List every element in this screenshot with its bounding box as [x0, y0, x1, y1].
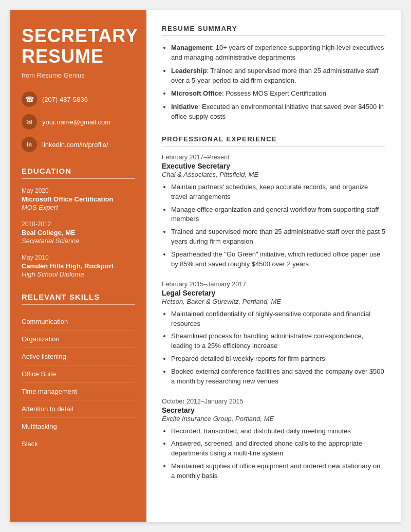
- job-bullets-2: Recorded, transcribed, and distributed d…: [162, 427, 385, 481]
- job-bullet-2-1: Answered, screened, and directed phone c…: [171, 439, 385, 458]
- job-title-1: Legal Secretary: [162, 289, 385, 297]
- job-bullets-0: Maintain partners' schedules, keep accur…: [162, 182, 385, 269]
- edu-entry-2: May 2010 Camden Hills High, Rockport Hig…: [22, 254, 135, 278]
- summary-item-2: Microsoft Office: Possess MOS Expert Cer…: [171, 89, 385, 99]
- phone-number: (207) 487-5836: [42, 96, 88, 103]
- edu-date-2: May 2010: [22, 254, 135, 261]
- job-company-2: Excite Insurance Group, Portland, ME: [162, 415, 385, 423]
- edu-entry-1: 2010-2012 Beal College, ME Secretarial S…: [22, 221, 135, 245]
- summary-bold-1: Leadership: [171, 67, 207, 75]
- job-date-0: February 2017–Present: [162, 154, 385, 161]
- contact-linkedin: in linkedin.com/in/profile/: [22, 137, 135, 152]
- skill-4: Time management: [22, 383, 135, 400]
- summary-item-3: Initiative: Executed an environmental in…: [171, 102, 385, 122]
- resume-container: SECRETARY RESUME from Resume Genius ☎ (2…: [10, 10, 401, 522]
- skill-6: Multitasking: [22, 418, 135, 435]
- title-line1: SECRETARY: [22, 25, 138, 46]
- job-title-0: Executive Secretary: [162, 162, 385, 170]
- skills-list: Communication Organization Active listen…: [22, 313, 135, 452]
- skill-0: Communication: [22, 313, 135, 331]
- sidebar: SECRETARY RESUME from Resume Genius ☎ (2…: [10, 10, 146, 522]
- job-entry-0: February 2017–Present Executive Secretar…: [162, 154, 385, 269]
- skill-1: Organization: [22, 331, 135, 348]
- skill-5: Attention to detail: [22, 400, 135, 418]
- summary-item-0: Management: 10+ years of experience supp…: [171, 43, 385, 63]
- summary-text-3: : Executed an environmental initiative t…: [171, 103, 384, 120]
- contact-phone: ☎ (207) 487-5836: [22, 91, 135, 107]
- linkedin-icon: in: [22, 137, 37, 152]
- job-entry-2: October 2012–January 2015 Secretary Exci…: [162, 398, 385, 481]
- job-date-1: February 2015–January 2017: [162, 281, 385, 288]
- experience-section: PROFESSIONAL EXPERIENCE February 2017–Pr…: [162, 135, 385, 481]
- linkedin-url: linkedin.com/in/profile/: [42, 141, 108, 149]
- job-bullet-0-1: Manage office organization and general w…: [171, 205, 385, 225]
- edu-degree-1: Secretarial Science: [22, 237, 135, 245]
- edu-degree-0: MOS Expert: [22, 204, 135, 211]
- job-bullet-2-2: Maintained supplies of office equipment …: [171, 462, 385, 481]
- edu-degree-2: High School Diploma: [22, 270, 135, 278]
- summary-bold-2: Microsoft Office: [171, 89, 222, 97]
- edu-school-0: Microsoft Office Certification: [22, 195, 135, 203]
- summary-bold-3: Initiative: [171, 103, 198, 111]
- summary-item-1: Leadership: Trained and supervised more …: [171, 66, 385, 86]
- summary-title: RESUME SUMMARY: [162, 25, 385, 36]
- job-bullet-2-0: Recorded, transcribed, and distributed d…: [171, 427, 385, 436]
- summary-list: Management: 10+ years of experience supp…: [162, 43, 385, 122]
- experience-title: PROFESSIONAL EXPERIENCE: [162, 135, 385, 146]
- summary-text-2: : Possess MOS Expert Certification: [222, 89, 326, 97]
- resume-title: SECRETARY RESUME: [22, 26, 135, 66]
- edu-school-2: Camden Hills High, Rockport: [22, 262, 135, 270]
- job-company-0: Chai & Associates, Pittsfield, ME: [162, 171, 385, 178]
- job-bullet-1-0: Maintained confidentiality of highly-sen…: [171, 309, 385, 329]
- title-line2: RESUME: [22, 46, 104, 67]
- job-entry-1: February 2015–January 2017 Legal Secreta…: [162, 281, 385, 387]
- main-content: RESUME SUMMARY Management: 10+ years of …: [146, 10, 401, 522]
- job-bullet-0-0: Maintain partners' schedules, keep accur…: [171, 182, 385, 202]
- phone-icon: ☎: [22, 91, 37, 107]
- job-bullet-1-2: Prepared detailed bi-weekly reports for …: [171, 354, 385, 364]
- job-title-2: Secretary: [162, 406, 385, 414]
- job-company-1: Hetson, Baker & Gurewitz, Portland, ME: [162, 298, 385, 305]
- job-bullet-1-3: Booked external conference facilities an…: [171, 367, 385, 387]
- edu-entry-0: May 2020 Microsoft Office Certification …: [22, 187, 135, 211]
- job-date-2: October 2012–January 2015: [162, 398, 385, 405]
- edu-school-1: Beal College, ME: [22, 229, 135, 236]
- education-list: May 2020 Microsoft Office Certification …: [22, 187, 135, 278]
- summary-bold-0: Management: [171, 44, 212, 51]
- email-icon: ✉: [22, 114, 37, 130]
- email-address: your.name@gmail.com: [42, 118, 110, 126]
- skill-2: Active listening: [22, 348, 135, 365]
- resume-from: from Resume Genius: [22, 71, 135, 79]
- summary-section: RESUME SUMMARY Management: 10+ years of …: [162, 25, 385, 122]
- job-bullets-1: Maintained confidentiality of highly-sen…: [162, 309, 385, 387]
- skill-3: Office Suite: [22, 365, 135, 383]
- job-bullet-1-1: Streamlined process for handling adminis…: [171, 332, 385, 351]
- education-section-title: EDUCATION: [22, 167, 135, 179]
- edu-date-1: 2010-2012: [22, 221, 135, 228]
- edu-date-0: May 2020: [22, 187, 135, 194]
- contact-email: ✉ your.name@gmail.com: [22, 114, 135, 130]
- job-bullet-0-3: Spearheaded the "Go Green" initiative, w…: [171, 250, 385, 269]
- skills-section-title: RELEVANT SKILLS: [22, 292, 135, 305]
- job-bullet-0-2: Trained and supervised more than 25 admi…: [171, 227, 385, 247]
- skill-7: Slack: [22, 435, 135, 452]
